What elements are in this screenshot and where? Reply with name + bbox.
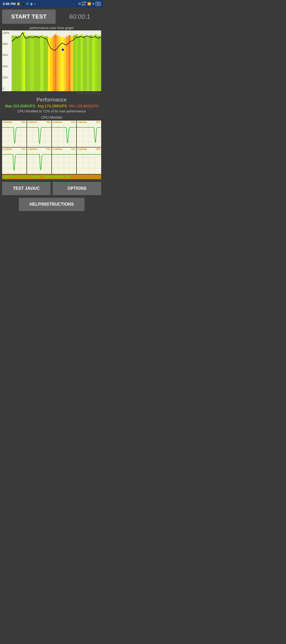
cpu-cell-6: 0.50GHz T0C [27,148,51,174]
cpu2-temp: T0C [46,121,51,123]
svg-rect-11 [53,36,55,91]
svg-rect-18 [68,35,70,91]
cpu-cell-3-header: 0.50GHz T0C [52,121,76,124]
svg-rect-4 [25,36,30,91]
cpu7-freq: 2.15GHz [53,148,62,150]
cpu8-temp: T0C [96,148,100,150]
cpu8-freq: 2.15GHz [78,148,87,150]
cpu-cell-5-header: 0.50GHz T0C [2,148,26,151]
cpu-cell-3: 0.50GHz T0C [52,121,76,147]
start-test-button[interactable]: START TEST [2,10,56,24]
graph-area [12,30,101,91]
battery-indicator: 40 [96,2,101,6]
stat-max: Max 203,608GIPS [5,104,35,108]
svg-rect-19 [70,36,73,91]
performance-graph: 100% 80% 60% 40% 20% 0 [2,30,101,91]
svg-point-30 [62,49,64,51]
svg-rect-5 [30,35,34,91]
cpu4-graph [77,125,101,147]
svg-rect-22 [78,36,81,91]
nfc-label: N [78,2,81,5]
y-axis: 100% 80% 60% 40% 20% 0 [2,30,12,91]
cpu-cell-5: 0.50GHz T0C [2,148,26,174]
cpu7-graph [52,152,76,174]
cpu-cell-8-header: 2.15GHz T0C [77,148,101,151]
network-speed: 0.00K/S [82,1,86,6]
x-axis-label: time(interval 10min) [2,92,101,95]
svg-rect-25 [87,36,89,91]
button-row: TEST JAVA/C OPTIONS [2,182,101,195]
cpu-monitor-title: CPU Monitor [2,115,101,119]
svg-rect-28 [95,34,97,91]
svg-rect-15 [61,37,64,91]
cpu4-temp: T0C [96,121,100,123]
stat-avg: Avg 174,288GIPS [37,104,67,108]
notification-icon: 🔔 [17,2,20,6]
svg-rect-7 [40,35,43,91]
top-row: START TEST 60:00:1 [2,10,101,24]
wifi-icon: 📶 [87,2,91,6]
cpu-cell-7: 2.15GHz T0C [52,148,76,174]
svg-rect-16 [64,38,66,91]
sim-icon: 📱 [21,2,25,6]
cpu7-temp: T0C [71,148,75,150]
max-cpu-info: MAX CPU CLOCK:2.20GHz, TEMPERATURE:50C [2,174,101,179]
cpu-cell-2-header: 0.50GHz T0C [27,121,51,124]
cpu8-graph [77,152,101,174]
cpu-cell-7-header: 2.15GHz T0C [52,148,76,151]
test-java-c-button[interactable]: TEST JAVA/C [2,182,51,195]
cpu-cell-4-header: 0.50GHz T0C [77,121,101,124]
google-icon: G [26,2,29,5]
svg-rect-23 [81,34,83,91]
cpu-grid-row1: 0.50GHz T0C 0.50GH [2,121,101,147]
performance-title: Performance [2,97,101,103]
cpu-cell-8: 2.15GHz T0C [77,148,101,174]
cpu3-graph [52,125,76,147]
cpu4-freq: 0.50GHz [78,121,87,123]
cpu6-graph [27,152,51,174]
svg-rect-8 [43,36,48,91]
svg-rect-20 [73,35,76,91]
cpu3-temp: T0C [71,121,75,123]
cpu-cell-1: 0.50GHz T0C [2,121,26,147]
cpu2-graph [27,125,51,147]
cpu3-freq: 0.50GHz [53,121,62,123]
dot-icon: • [34,2,35,5]
cpu1-temp: T0C [21,121,26,123]
cpu6-temp: T0C [46,148,51,150]
svg-rect-29 [97,36,101,91]
help-instructions-button[interactable]: HELP/INSTRUCTIONS [19,198,84,211]
svg-rect-26 [89,35,92,91]
cpu1-graph [2,125,26,147]
svg-rect-1 [12,36,21,91]
performance-stats: Max 203,608GIPS Avg 174,288GIPS Min 138,… [2,104,101,108]
svg-rect-10 [50,38,53,91]
performance-section: Performance Max 203,608GIPS Avg 174,288G… [2,97,101,113]
airplane-icon: ✈ [92,2,95,6]
graph-title: performance over time graph [2,26,101,30]
svg-rect-3 [23,32,25,91]
stat-min: Min 138,860GIPS [69,104,99,108]
cpu-cell-6-header: 0.50GHz T0C [27,148,51,151]
cpu-grid-row2: 0.50GHz T0C 0.50GHz T0C [2,148,101,174]
cpu-cell-4: 0.50GHz T0C [77,121,101,147]
cpu5-graph [2,152,26,174]
timer-display: 60:00:1 [58,13,101,20]
throttle-text: CPU throttled to 71% of its max performa… [2,109,101,113]
svg-rect-2 [21,33,24,91]
help-row: HELP/INSTRUCTIONS [2,198,101,211]
cpu-cell-2: 0.50GHz T0C [27,121,51,147]
cpu6-freq: 0.50GHz [28,148,37,150]
svg-rect-27 [92,36,95,91]
cpu1-freq: 0.50GHz [3,121,12,123]
cpu5-temp: T0C [21,148,26,150]
cpu5-freq: 0.50GHz [3,148,12,150]
main-content: START TEST 60:00:1 performance over time… [0,7,103,211]
status-bar: 3:06 PM 🔔 📱 G 💧 • N 0.00K/S 📶 ✈ 40 [0,0,103,7]
drop-icon: 💧 [30,2,33,6]
cpu2-freq: 0.50GHz [28,121,37,123]
cpu-cell-1-header: 0.50GHz T0C [2,121,26,124]
svg-rect-6 [34,36,40,91]
svg-rect-12 [55,34,56,91]
options-button[interactable]: OPTIONS [53,182,101,195]
